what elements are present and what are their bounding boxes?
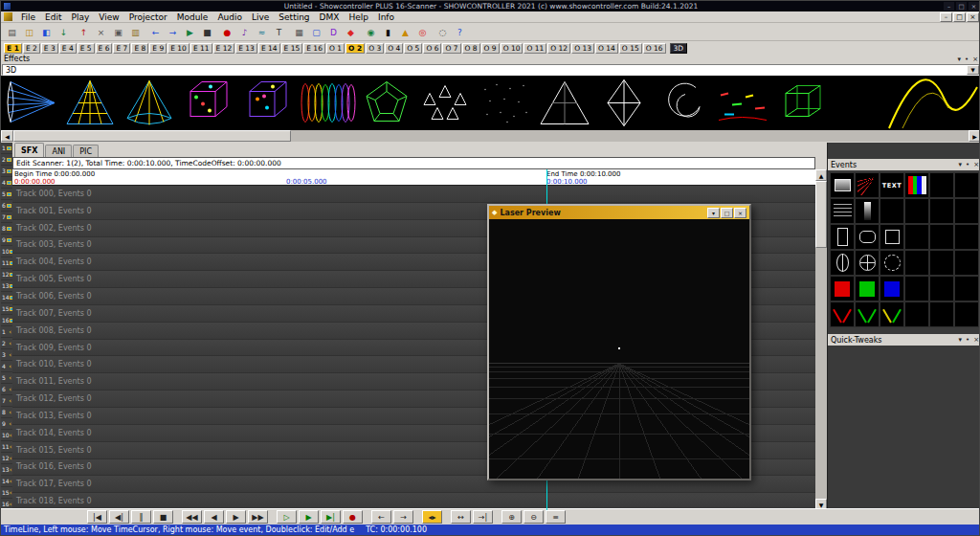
fast-forward-button[interactable]: ▶▶ [248,510,268,524]
event-empty[interactable] [929,250,954,276]
scanner-tab[interactable]: O 5 [404,43,422,54]
effect-thumb-triangle-cluster[interactable] [416,76,476,130]
menu-item[interactable]: View [94,11,123,23]
close-icon[interactable]: × [972,56,978,63]
maximize-icon[interactable]: □ [956,2,967,11]
scanner-tab[interactable]: O 11 [523,43,546,54]
menu-item[interactable]: Help [344,11,373,23]
pin-icon[interactable]: • [965,56,969,63]
chevron-down-icon[interactable]: ▾ [958,336,962,344]
maximize-icon[interactable]: □ [721,208,733,218]
effect-thumb-color-dashes[interactable] [713,76,772,130]
scanner-rail-item[interactable]: 10 ‹ [1,430,12,441]
scanner-rail-item[interactable]: 1 [1,143,12,154]
event-empty[interactable] [954,172,979,198]
scanner-rail-item[interactable]: 5 [1,189,12,200]
track-row[interactable]: Track 000, Events 0 [12,186,815,203]
collapse-arrow-icon[interactable]: ‹ [9,341,11,346]
live-icon[interactable]: ◎ [414,25,431,40]
event-empty[interactable] [954,276,979,302]
effect-thumb-dice-purple[interactable] [238,76,298,130]
next-frame-button[interactable]: ▶ [226,510,246,524]
scanner-tab[interactable]: E 13 [235,43,257,54]
event-empty[interactable] [929,224,954,250]
help-icon[interactable]: ? [452,25,468,40]
chevron-down-icon[interactable]: ▾ [958,161,962,168]
track-vertical-scrollbar[interactable]: ▲ ▼ [815,169,827,510]
nudge-left-button[interactable]: ← [371,510,391,524]
menu-item[interactable]: Module [172,11,213,23]
event-gradient-bar[interactable] [855,198,880,224]
scanner-tab[interactable]: O 8 [462,43,480,54]
prev-frame-button[interactable]: ◀ [204,510,224,524]
effect-thumb-wave-yellow[interactable] [832,76,980,130]
menu-item[interactable]: Audio [212,11,247,23]
effect-thumb-dodecahedron-green[interactable] [357,76,416,130]
record-button[interactable]: ● [343,510,363,524]
close-icon[interactable]: × [969,2,979,11]
event-text[interactable]: TEXT [880,172,904,198]
event-green-square[interactable] [855,276,880,302]
event-v-multicolor[interactable] [880,302,904,327]
event-empty[interactable] [954,198,979,224]
scanner-rail-item[interactable]: 15 [1,303,12,315]
menu-item[interactable]: Play [67,11,95,23]
scanner-tab[interactable]: O 13 [571,43,594,54]
event-rgb-bars[interactable] [904,172,929,198]
zoom-out-button[interactable]: ⊖ [523,510,544,524]
dmx-icon[interactable]: D [325,25,342,40]
collapse-arrow-icon[interactable]: ‹ [9,375,11,381]
menu-item[interactable]: Edit [40,11,66,23]
effect-thumb-cone-mesh[interactable] [120,76,179,130]
stop-button[interactable]: ■ [153,510,173,524]
scroll-up-icon[interactable]: ▲ [815,169,827,181]
scanner-tab[interactable]: O 2 [345,43,365,54]
scanner-tab[interactable]: E 16 [303,43,325,54]
event-empty[interactable] [954,250,979,276]
scanner-tab[interactable]: E 5 [78,43,95,54]
scanner-rail-item[interactable]: 12 [1,269,12,280]
scanner-rail-item[interactable]: 13 [1,280,12,292]
export-icon[interactable]: ↑ [76,25,92,40]
chevron-down-icon[interactable]: ▼ [967,65,979,75]
pause-button[interactable]: ‖ [131,510,151,524]
text-tool-icon[interactable]: T [271,25,287,40]
event-empty[interactable] [954,302,979,327]
collapse-arrow-icon[interactable]: ‹ [9,329,11,335]
event-red-square[interactable] [830,276,855,302]
menu-item[interactable]: File [16,11,40,23]
record-icon[interactable]: ● [219,25,235,40]
loop-button[interactable]: ◂▸ [422,510,442,524]
event-laser-beam[interactable] [855,172,880,198]
event-v-green[interactable] [855,302,880,327]
scanner-tab[interactable]: O 12 [547,43,570,54]
scanner-rail-item[interactable]: 7 [1,212,12,223]
paste-icon[interactable]: ▥ [127,25,144,40]
view-3d-button[interactable]: 3D [670,43,688,54]
effect-thumb-double-pyramid[interactable] [594,76,654,130]
minimize-button[interactable]: – [940,12,952,22]
chevron-down-icon[interactable]: ▾ [957,56,961,63]
pin-icon[interactable]: • [966,336,969,344]
scanner-tab[interactable]: E 7 [113,43,130,54]
play-to-end-button[interactable]: ▶| [321,510,341,524]
scanner-rail-item[interactable]: 12 ‹ [1,453,12,464]
scrollbar-thumb[interactable] [13,130,291,142]
maximize-button[interactable]: □ [953,12,966,22]
scanner-tab[interactable]: E 2 [23,43,40,54]
scanner-tab[interactable]: E 9 [149,43,167,54]
scanner-rail-item[interactable]: 10 [1,246,12,257]
scanner-rail-item[interactable]: 2 [1,154,12,166]
pin-icon[interactable]: • [966,161,969,168]
scanner-rail-item[interactable]: 7 ‹ [1,395,12,407]
event-grid-lines[interactable] [830,198,855,224]
fit-view-button[interactable]: ↔ [451,510,471,524]
scanner-rail-item[interactable]: 4 [1,177,12,189]
projector-icon[interactable]: ◉ [363,25,379,40]
scanner-tab[interactable]: O 4 [385,43,403,54]
scrollbar-thumb[interactable] [815,181,827,248]
menu-item[interactable]: Live [247,11,274,23]
scanner-tab[interactable]: E 8 [131,43,148,54]
event-empty[interactable] [904,276,929,302]
event-laser-projector[interactable] [830,172,855,198]
